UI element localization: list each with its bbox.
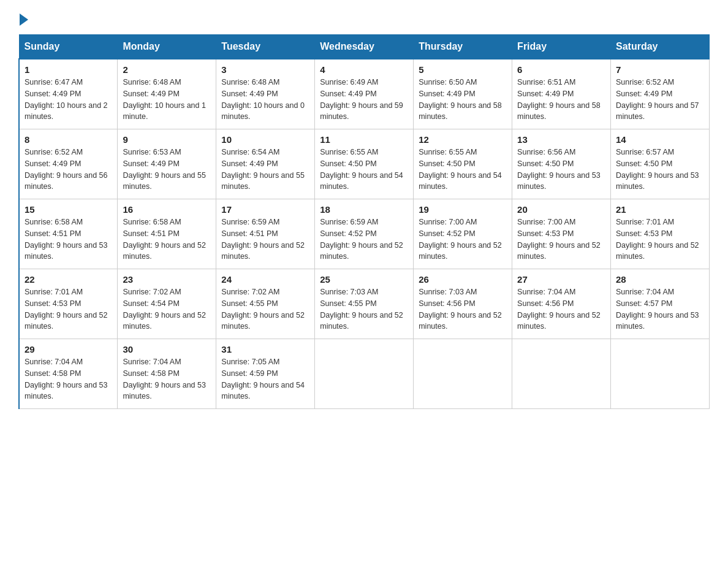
day-number: 20 [517, 204, 605, 215]
day-header-sunday: Sunday [19, 35, 118, 59]
calendar-cell: 30Sunrise: 7:04 AMSunset: 4:58 PMDayligh… [118, 339, 216, 409]
day-number: 8 [25, 134, 112, 145]
calendar-cell: 21Sunrise: 7:01 AMSunset: 4:53 PMDayligh… [611, 199, 710, 269]
calendar-cell: 18Sunrise: 6:59 AMSunset: 4:52 PMDayligh… [315, 199, 414, 269]
calendar-table: SundayMondayTuesdayWednesdayThursdayFrid… [18, 34, 710, 409]
day-number: 15 [25, 204, 112, 215]
calendar-cell: 10Sunrise: 6:54 AMSunset: 4:49 PMDayligh… [216, 129, 315, 199]
day-info: Sunrise: 7:01 AMSunset: 4:53 PMDaylight:… [25, 286, 112, 332]
calendar-cell: 4Sunrise: 6:49 AMSunset: 4:49 PMDaylight… [315, 59, 414, 129]
day-header-tuesday: Tuesday [216, 35, 315, 59]
calendar-cell: 12Sunrise: 6:55 AMSunset: 4:50 PMDayligh… [414, 129, 512, 199]
day-number: 7 [616, 64, 704, 75]
day-number: 10 [221, 134, 309, 145]
day-number: 23 [123, 274, 211, 285]
calendar-cell: 28Sunrise: 7:04 AMSunset: 4:57 PMDayligh… [611, 269, 710, 339]
calendar-cell: 5Sunrise: 6:50 AMSunset: 4:49 PMDaylight… [414, 59, 512, 129]
week-row-1: 1Sunrise: 6:47 AMSunset: 4:49 PMDaylight… [19, 59, 710, 129]
day-info: Sunrise: 7:05 AMSunset: 4:59 PMDaylight:… [221, 356, 309, 402]
day-header-monday: Monday [118, 35, 216, 59]
day-info: Sunrise: 6:51 AMSunset: 4:49 PMDaylight:… [517, 77, 605, 123]
day-number: 1 [25, 64, 112, 75]
day-info: Sunrise: 6:59 AMSunset: 4:51 PMDaylight:… [221, 216, 309, 262]
day-number: 3 [221, 64, 309, 75]
day-info: Sunrise: 6:58 AMSunset: 4:51 PMDaylight:… [25, 216, 112, 262]
week-row-2: 8Sunrise: 6:52 AMSunset: 4:49 PMDaylight… [19, 129, 710, 199]
calendar-cell: 1Sunrise: 6:47 AMSunset: 4:49 PMDaylight… [19, 59, 118, 129]
calendar-cell [414, 339, 512, 409]
calendar-cell: 14Sunrise: 6:57 AMSunset: 4:50 PMDayligh… [611, 129, 710, 199]
day-info: Sunrise: 7:00 AMSunset: 4:53 PMDaylight:… [517, 216, 605, 262]
week-row-3: 15Sunrise: 6:58 AMSunset: 4:51 PMDayligh… [19, 199, 710, 269]
day-number: 27 [517, 274, 605, 285]
day-info: Sunrise: 7:03 AMSunset: 4:55 PMDaylight:… [320, 286, 408, 332]
day-info: Sunrise: 6:56 AMSunset: 4:50 PMDaylight:… [517, 147, 605, 193]
calendar-cell [512, 339, 611, 409]
day-info: Sunrise: 6:49 AMSunset: 4:49 PMDaylight:… [320, 77, 408, 123]
day-number: 25 [320, 274, 408, 285]
calendar-cell: 26Sunrise: 7:03 AMSunset: 4:56 PMDayligh… [414, 269, 512, 339]
calendar-cell: 7Sunrise: 6:52 AMSunset: 4:49 PMDaylight… [611, 59, 710, 129]
page-header [18, 12, 710, 23]
calendar-cell: 31Sunrise: 7:05 AMSunset: 4:59 PMDayligh… [216, 339, 315, 409]
calendar-cell: 20Sunrise: 7:00 AMSunset: 4:53 PMDayligh… [512, 199, 611, 269]
day-info: Sunrise: 6:59 AMSunset: 4:52 PMDaylight:… [320, 216, 408, 262]
day-info: Sunrise: 7:03 AMSunset: 4:56 PMDaylight:… [419, 286, 507, 332]
day-number: 11 [320, 134, 408, 145]
header-row: SundayMondayTuesdayWednesdayThursdayFrid… [19, 35, 710, 59]
day-info: Sunrise: 6:58 AMSunset: 4:51 PMDaylight:… [123, 216, 211, 262]
day-number: 14 [616, 134, 704, 145]
day-info: Sunrise: 6:57 AMSunset: 4:50 PMDaylight:… [616, 147, 704, 193]
day-info: Sunrise: 6:50 AMSunset: 4:49 PMDaylight:… [419, 77, 507, 123]
logo [18, 12, 28, 23]
day-number: 19 [419, 204, 507, 215]
calendar-cell: 27Sunrise: 7:04 AMSunset: 4:56 PMDayligh… [512, 269, 611, 339]
day-number: 13 [517, 134, 605, 145]
day-number: 16 [123, 204, 211, 215]
calendar-cell: 6Sunrise: 6:51 AMSunset: 4:49 PMDaylight… [512, 59, 611, 129]
day-info: Sunrise: 7:02 AMSunset: 4:55 PMDaylight:… [221, 286, 309, 332]
day-info: Sunrise: 6:55 AMSunset: 4:50 PMDaylight:… [320, 147, 408, 193]
day-info: Sunrise: 7:04 AMSunset: 4:58 PMDaylight:… [25, 356, 112, 402]
day-info: Sunrise: 6:48 AMSunset: 4:49 PMDaylight:… [123, 77, 211, 123]
day-info: Sunrise: 7:00 AMSunset: 4:52 PMDaylight:… [419, 216, 507, 262]
day-header-friday: Friday [512, 35, 611, 59]
day-info: Sunrise: 7:02 AMSunset: 4:54 PMDaylight:… [123, 286, 211, 332]
calendar-cell: 11Sunrise: 6:55 AMSunset: 4:50 PMDayligh… [315, 129, 414, 199]
calendar-cell: 25Sunrise: 7:03 AMSunset: 4:55 PMDayligh… [315, 269, 414, 339]
day-number: 17 [221, 204, 309, 215]
calendar-cell: 2Sunrise: 6:48 AMSunset: 4:49 PMDaylight… [118, 59, 216, 129]
calendar-cell: 8Sunrise: 6:52 AMSunset: 4:49 PMDaylight… [19, 129, 118, 199]
calendar-cell: 13Sunrise: 6:56 AMSunset: 4:50 PMDayligh… [512, 129, 611, 199]
day-number: 31 [221, 344, 309, 354]
calendar-header: SundayMondayTuesdayWednesdayThursdayFrid… [19, 35, 710, 59]
day-number: 6 [517, 64, 605, 75]
day-header-wednesday: Wednesday [315, 35, 414, 59]
day-number: 24 [221, 274, 309, 285]
calendar-cell: 22Sunrise: 7:01 AMSunset: 4:53 PMDayligh… [19, 269, 118, 339]
calendar-cell: 29Sunrise: 7:04 AMSunset: 4:58 PMDayligh… [19, 339, 118, 409]
calendar-cell [611, 339, 710, 409]
day-number: 9 [123, 134, 211, 145]
day-header-thursday: Thursday [414, 35, 512, 59]
calendar-cell: 3Sunrise: 6:48 AMSunset: 4:49 PMDaylight… [216, 59, 315, 129]
calendar-cell: 15Sunrise: 6:58 AMSunset: 4:51 PMDayligh… [19, 199, 118, 269]
calendar-cell: 9Sunrise: 6:53 AMSunset: 4:49 PMDaylight… [118, 129, 216, 199]
logo-arrow-icon [20, 13, 28, 26]
day-info: Sunrise: 6:53 AMSunset: 4:49 PMDaylight:… [123, 147, 211, 193]
day-number: 30 [123, 344, 211, 354]
day-info: Sunrise: 6:52 AMSunset: 4:49 PMDaylight:… [616, 77, 704, 123]
calendar-cell: 16Sunrise: 6:58 AMSunset: 4:51 PMDayligh… [118, 199, 216, 269]
calendar-cell: 17Sunrise: 6:59 AMSunset: 4:51 PMDayligh… [216, 199, 315, 269]
day-info: Sunrise: 6:48 AMSunset: 4:49 PMDaylight:… [221, 77, 309, 123]
day-number: 22 [25, 274, 112, 285]
day-info: Sunrise: 7:01 AMSunset: 4:53 PMDaylight:… [616, 216, 704, 262]
calendar-cell: 24Sunrise: 7:02 AMSunset: 4:55 PMDayligh… [216, 269, 315, 339]
day-number: 2 [123, 64, 211, 75]
day-info: Sunrise: 7:04 AMSunset: 4:58 PMDaylight:… [123, 356, 211, 402]
calendar-cell: 23Sunrise: 7:02 AMSunset: 4:54 PMDayligh… [118, 269, 216, 339]
day-info: Sunrise: 6:52 AMSunset: 4:49 PMDaylight:… [25, 147, 112, 193]
day-info: Sunrise: 6:47 AMSunset: 4:49 PMDaylight:… [25, 77, 112, 123]
day-number: 29 [25, 344, 112, 354]
day-info: Sunrise: 7:04 AMSunset: 4:57 PMDaylight:… [616, 286, 704, 332]
